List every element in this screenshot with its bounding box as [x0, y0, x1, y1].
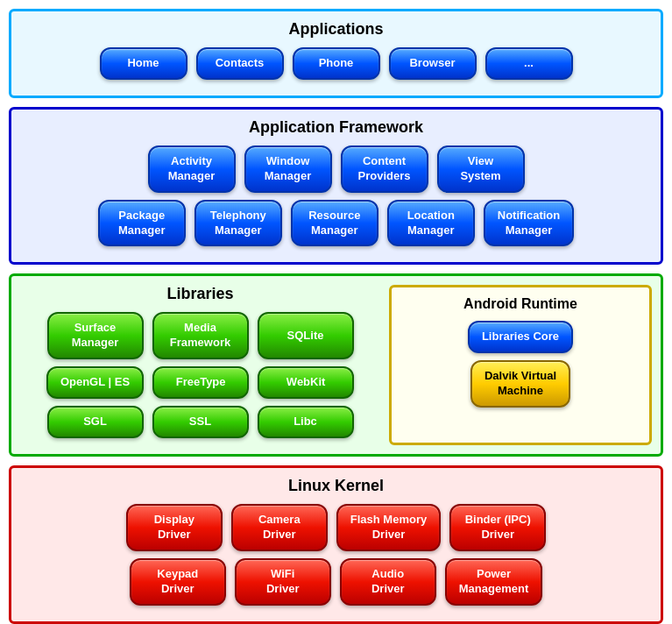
libraries-row1: SurfaceManager MediaFramework SQLite	[20, 312, 380, 359]
applications-title: Applications	[20, 20, 652, 39]
audio-driver-button[interactable]: AudioDriver	[340, 558, 436, 606]
kernel-row1: DisplayDriver CameraDriver Flash MemoryD…	[20, 504, 652, 551]
surface-manager-button[interactable]: SurfaceManager	[47, 312, 144, 359]
resource-manager-button[interactable]: ResourceManager	[291, 200, 378, 247]
flash-memory-driver-button[interactable]: Flash MemoryDriver	[336, 504, 441, 551]
framework-row2: PackageManager TelephonyManager Resource…	[20, 200, 652, 247]
applications-section: Applications Home Contacts Phone Browser…	[9, 9, 663, 98]
webkit-button[interactable]: WebKit	[258, 366, 354, 399]
libraries-runtime-wrapper: Libraries SurfaceManager MediaFramework …	[20, 285, 652, 445]
libc-button[interactable]: Libc	[258, 406, 354, 438]
app-phone-button[interactable]: Phone	[293, 47, 380, 80]
binder-ipc-driver-button[interactable]: Binder (IPC)Driver	[449, 504, 546, 551]
keypad-driver-button[interactable]: KeypadDriver	[130, 558, 226, 606]
camera-driver-button[interactable]: CameraDriver	[231, 504, 328, 551]
runtime-vm-row: Dalvik VirtualMachine	[400, 360, 640, 408]
kernel-section: Linux Kernel DisplayDriver CameraDriver …	[9, 465, 663, 624]
telephony-manager-button[interactable]: TelephonyManager	[195, 200, 282, 247]
window-manager-button[interactable]: WindowManager	[244, 145, 332, 193]
app-browser-button[interactable]: Browser	[389, 47, 477, 80]
power-management-button[interactable]: PowerManagement	[445, 558, 542, 606]
runtime-title: Android Runtime	[400, 296, 640, 312]
libraries-core-button[interactable]: Libraries Core	[468, 321, 573, 353]
libraries-title: Libraries	[20, 285, 380, 303]
sqlite-button[interactable]: SQLite	[258, 312, 354, 359]
app-contacts-button[interactable]: Contacts	[196, 47, 284, 80]
libraries-row2: OpenGL | ES FreeType WebKit	[20, 366, 380, 399]
opengl-es-button[interactable]: OpenGL | ES	[46, 366, 144, 399]
activity-manager-button[interactable]: ActivityManager	[148, 145, 236, 193]
runtime-core-row: Libraries Core	[400, 321, 640, 353]
libraries-row3: SGL SSL Libc	[20, 406, 380, 438]
framework-title: Application Framework	[20, 118, 652, 137]
dalvik-vm-button[interactable]: Dalvik VirtualMachine	[470, 360, 570, 408]
app-more-button[interactable]: ...	[485, 47, 573, 80]
view-system-button[interactable]: ViewSystem	[437, 145, 525, 193]
content-providers-button[interactable]: ContentProviders	[341, 145, 428, 193]
android-runtime-section: Android Runtime Libraries Core Dalvik Vi…	[389, 285, 652, 445]
wifi-driver-button[interactable]: WiFiDriver	[235, 558, 331, 606]
media-framework-button[interactable]: MediaFramework	[152, 312, 249, 359]
freetype-button[interactable]: FreeType	[152, 366, 249, 399]
ssl-button[interactable]: SSL	[152, 406, 249, 438]
libraries-inner: Libraries SurfaceManager MediaFramework …	[20, 285, 380, 445]
sgl-button[interactable]: SGL	[47, 406, 144, 438]
kernel-title: Linux Kernel	[20, 477, 652, 495]
display-driver-button[interactable]: DisplayDriver	[126, 504, 223, 551]
libraries-runtime-section: Libraries SurfaceManager MediaFramework …	[9, 273, 663, 457]
framework-section: Application Framework ActivityManager Wi…	[9, 107, 663, 266]
location-manager-button[interactable]: LocationManager	[387, 200, 475, 247]
framework-row1: ActivityManager WindowManager ContentPro…	[20, 145, 652, 193]
package-manager-button[interactable]: PackageManager	[98, 200, 186, 247]
notification-manager-button[interactable]: NotificationManager	[484, 200, 575, 247]
app-home-button[interactable]: Home	[100, 47, 187, 80]
kernel-row2: KeypadDriver WiFiDriver AudioDriver Powe…	[20, 558, 652, 606]
applications-row: Home Contacts Phone Browser ...	[20, 47, 652, 80]
